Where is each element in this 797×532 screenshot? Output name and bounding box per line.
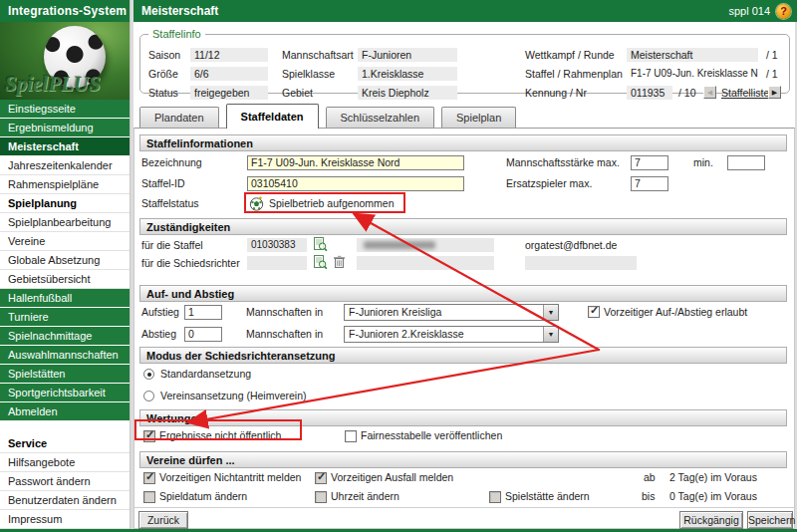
staffel-next-button[interactable]: ▶ bbox=[768, 86, 781, 99]
aufstieg-select-value: F-Junioren Kreisliga bbox=[349, 306, 441, 318]
header-right: sppl 014 ? bbox=[728, 4, 791, 19]
ab-label: ab bbox=[644, 470, 656, 485]
trash-icon[interactable] bbox=[333, 255, 347, 270]
vereinsansetzung-radio[interactable] bbox=[143, 391, 154, 401]
staffel-id-input[interactable]: 03105410 bbox=[247, 176, 464, 191]
redacted-name-blob bbox=[364, 241, 435, 249]
section-staffelinformationen: Staffelinformationen bbox=[139, 134, 787, 151]
kennung-nr-value: / 10 bbox=[678, 86, 696, 101]
tab-spielplan[interactable]: Spielplan bbox=[441, 107, 516, 128]
sidebar-item-spielstaetten[interactable]: Spielstätten bbox=[0, 365, 130, 384]
user-code: sppl 014 bbox=[728, 5, 770, 17]
ersatzspieler-max-input[interactable]: 7 bbox=[631, 176, 668, 191]
aufstieg-input[interactable]: 1 bbox=[184, 305, 222, 320]
sidebar-item-hilfsangebote[interactable]: Hilfsangebote bbox=[0, 453, 130, 472]
help-icon[interactable]: ? bbox=[776, 4, 791, 19]
bis-value: 0 Tag(e) im Voraus bbox=[669, 489, 757, 504]
wettkampf-label: Wettkampf / Runde bbox=[525, 48, 615, 63]
rueckgaengig-button[interactable]: Rückgängig bbox=[679, 511, 743, 529]
mannschaftsstaerke-max-input[interactable]: 7 bbox=[631, 155, 668, 170]
sidebar-item-turniere[interactable]: Turniere bbox=[0, 308, 130, 327]
ausfall-checkbox[interactable] bbox=[315, 472, 327, 484]
ergebnisse-nicht-oeffentlich-checkbox[interactable] bbox=[143, 430, 155, 442]
staffel-verantwortlicher-email: orgatest@dfbnet.de bbox=[525, 238, 617, 253]
fairnesstabelle-checkbox[interactable] bbox=[345, 430, 357, 442]
bezeichnung-label: Bezeichnung bbox=[141, 155, 202, 170]
tab-plandaten[interactable]: Plandaten bbox=[139, 107, 219, 128]
fuer-die-schiedsrichter-label: für die Schiedsrichter bbox=[141, 256, 240, 271]
spielstaette-label: Spielstätte ändern bbox=[505, 489, 590, 504]
person-lookup-icon[interactable] bbox=[314, 237, 328, 252]
sidebar-item-jahreszeitenkalender[interactable]: Jahreszeitenkalender bbox=[0, 156, 130, 175]
sidebar-menu: Einstiegsseite Ergebnismeldung Meistersc… bbox=[0, 100, 130, 529]
sidebar-item-spielplanbearbeitung[interactable]: Spielplanbearbeitung bbox=[0, 213, 130, 232]
tab-schluesselzahlen[interactable]: Schlüsselzahlen bbox=[326, 107, 435, 128]
staffelstatus-value: Spielbetrieb aufgenommen bbox=[269, 196, 395, 211]
speichern-button[interactable]: Speichern bbox=[747, 511, 793, 529]
standardansetzung-label: Standardansetzung bbox=[160, 367, 251, 382]
spielbetrieb-ball-icon bbox=[249, 196, 264, 211]
spieldatum-checkbox[interactable] bbox=[143, 491, 155, 503]
sidebar-item-globale-absetzung[interactable]: Globale Absetzung bbox=[0, 251, 130, 270]
sidebar-item-einstiegsseite[interactable]: Einstiegsseite bbox=[0, 100, 130, 119]
spielklasse-label: Spielklasse bbox=[282, 67, 335, 82]
sidebar-item-gebietsuebersicht[interactable]: Gebietsübersicht bbox=[0, 270, 130, 289]
staffelliste-link[interactable]: Staffelliste bbox=[721, 86, 769, 100]
sidebar-section-gap bbox=[0, 421, 130, 434]
vorzeitiger-aufabstieg-checkbox[interactable] bbox=[588, 306, 600, 318]
kennung-value: 011935 bbox=[627, 86, 672, 100]
bezeichnung-input[interactable]: F1-7 U09-Jun. Kreisklasse Nord bbox=[247, 155, 464, 170]
saison-label: Saison bbox=[148, 48, 180, 63]
tab-bar: Plandaten Staffeldaten Schlüsselzahlen S… bbox=[139, 104, 523, 128]
mannschaftsstaerke-min-input[interactable] bbox=[727, 155, 765, 170]
standardansetzung-radio[interactable] bbox=[143, 369, 154, 380]
abstieg-select[interactable]: F-Junioren 2.Kreisklasse▼ bbox=[344, 326, 559, 343]
button-row-divider bbox=[134, 507, 794, 508]
section-wertungen: Wertungen bbox=[139, 409, 787, 426]
sidebar-item-spielnachmittage[interactable]: Spielnachmittage bbox=[0, 327, 130, 346]
abstieg-input[interactable]: 0 bbox=[184, 327, 222, 342]
sidebar-item-service: Service bbox=[0, 434, 130, 453]
vorzeitiger-aufabstieg-label: Vorzeitiger Auf-/Abstieg erlaubt bbox=[604, 305, 747, 320]
tab-staffeldaten[interactable]: Staffeldaten bbox=[226, 104, 319, 129]
abstieg-select-value: F-Junioren 2.Kreisklasse bbox=[349, 328, 464, 340]
fuer-die-staffel-label: für die Staffel bbox=[141, 238, 203, 253]
sidebar-item-abmelden[interactable]: Abmelden bbox=[0, 402, 130, 421]
schiedsrichter-id-empty bbox=[247, 256, 307, 270]
nichtantritt-checkbox[interactable] bbox=[143, 472, 155, 484]
aufstieg-select[interactable]: F-Junioren Kreisliga▼ bbox=[344, 304, 559, 321]
sidebar-item-sportgerichtsbarkeit[interactable]: Sportgerichtsbarkeit bbox=[0, 384, 130, 402]
mannschaftsstaerke-label: Mannschaftsstärke max. bbox=[506, 155, 620, 170]
uhrzeit-checkbox[interactable] bbox=[315, 491, 327, 503]
zurueck-button[interactable]: Zurück bbox=[138, 511, 188, 529]
sidebar-item-benutzerdaten-aendern[interactable]: Benutzerdaten ändern bbox=[0, 491, 130, 510]
staffel-rahmenplan-value: F1-7 U09-Jun. Kreisklasse Nor bbox=[627, 67, 758, 81]
schiedsrichter-lookup-icon[interactable] bbox=[314, 255, 328, 270]
sidebar-item-passwort-aendern[interactable]: Passwort ändern bbox=[0, 472, 130, 491]
spielstaette-checkbox[interactable] bbox=[489, 491, 501, 503]
staffelinfo-panel: Staffelinfo Saison 11/12 Größe 6/6 Statu… bbox=[139, 28, 790, 94]
ausfall-label: Vorzeitigen Ausfall melden bbox=[331, 470, 453, 485]
sidebar-item-vereine[interactable]: Vereine bbox=[0, 232, 130, 251]
min-label: min. bbox=[693, 155, 713, 170]
sidebar-item-auswahlmannschaften[interactable]: Auswahlmannschaften bbox=[0, 346, 130, 365]
sidebar-item-rahmenspielplaene[interactable]: Rahmenspielpläne bbox=[0, 175, 130, 194]
sidebar-item-spielplanung[interactable]: Spielplanung bbox=[0, 194, 130, 213]
staffel-verantwortlicher-id: 01030383 bbox=[247, 238, 307, 252]
sidebar-item-ergebnismeldung[interactable]: Ergebnismeldung bbox=[0, 119, 130, 137]
nichtantritt-label: Vorzeitigen Nichtantritt melden bbox=[159, 470, 301, 485]
section-vereine-duerfen: Vereine dürfen ... bbox=[139, 451, 787, 468]
sidebar-item-impressum[interactable]: Impressum bbox=[0, 510, 130, 529]
vereinsansetzung-label: Vereinsansetzung (Heimverein) bbox=[160, 389, 307, 403]
staffel-prev-button[interactable]: ◀ bbox=[703, 86, 716, 99]
chevron-down-icon[interactable]: ▼ bbox=[543, 305, 558, 320]
spielklasse-value: 1.Kreisklasse bbox=[358, 67, 457, 81]
staffelstatus-label: Staffelstatus bbox=[141, 196, 199, 211]
sidebar-item-hallenfussball[interactable]: Hallenfußball bbox=[0, 289, 130, 308]
mannschaftsart-value: F-Junioren bbox=[358, 48, 457, 62]
bis-label: bis bbox=[642, 489, 655, 504]
section-zustaendigkeiten: Zuständigkeiten bbox=[139, 218, 787, 235]
gebiet-label: Gebiet bbox=[282, 86, 313, 101]
chevron-down-icon[interactable]: ▼ bbox=[543, 327, 558, 342]
sidebar-item-meisterschaft[interactable]: Meisterschaft bbox=[0, 137, 130, 156]
